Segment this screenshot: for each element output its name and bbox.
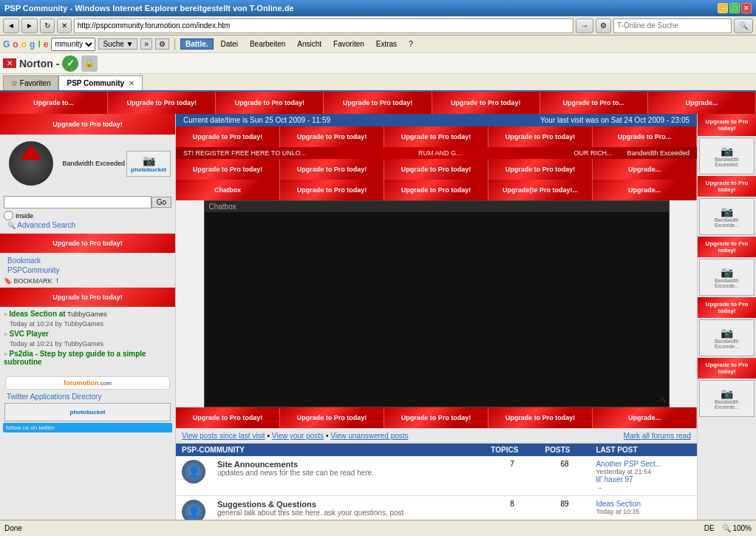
photobucket-logo: photobucket [131, 166, 166, 173]
sidebar-bookmarks: Bookmark PSPCommunity 🔖 BOOKMARK f [0, 253, 175, 288]
back-button[interactable]: ◄ [3, 18, 19, 33]
right-ad-1: Upgrade to Pro today! [698, 114, 756, 136]
forum-topics-1: 7 [485, 456, 539, 496]
tab-favorites[interactable]: ☆ Favoriten [3, 75, 58, 90]
menu-help[interactable]: ? [404, 40, 418, 48]
stop-button[interactable]: ✕ [57, 18, 72, 33]
norton-brand: Norton - ✓ 🔒 [19, 55, 98, 72]
table-row: 👤 Site Announcements updates and news fo… [176, 456, 697, 496]
search-input[interactable] [613, 18, 732, 33]
google-search-button[interactable]: Suche ▼ [98, 38, 137, 50]
minimize-button[interactable]: – [718, 3, 728, 13]
address-input[interactable] [74, 18, 573, 33]
right-camera-icon-4: 📷 [721, 327, 733, 339]
recent-post-2-category[interactable]: SVC Player [10, 330, 49, 338]
left-sidebar: Upgrade to Pro today! Bandwidth Exceeded… [0, 114, 176, 521]
right-bandwidth-3: BandwidthExceede... [715, 278, 739, 288]
tools-button[interactable]: ⚙ [596, 18, 611, 33]
last-post-link-2[interactable]: Ideas Section [596, 500, 691, 508]
tab-close-icon[interactable]: ✕ [129, 80, 134, 87]
right-ad-4: Upgrade to Pro today! [698, 297, 756, 318]
chatbox-resize-handle[interactable]: ⤡ [660, 395, 667, 404]
norton-text: Norton - [19, 58, 59, 69]
right-camera-icon-2: 📷 [721, 206, 733, 217]
google-more-button[interactable]: » [140, 38, 152, 50]
forward-button[interactable]: ► [21, 18, 38, 33]
status-done-text: Done [4, 524, 22, 532]
psp-community-sidebar-link[interactable]: PSPCommunity [4, 265, 171, 275]
right-photobucket-1: 📷 BandwidthExceeded [699, 138, 755, 174]
ad-row-4: Upgrade to Pro today! Upgrade to Pro tod… [176, 407, 697, 428]
date-bar: Current date/time is Sun 25 Oct 2009 - 1… [176, 114, 697, 126]
tab-psp[interactable]: PSP Community ✕ [58, 75, 143, 90]
chatbox-header: Chatbox [205, 201, 669, 212]
recent-post-1-user: TubbyGames [67, 311, 107, 318]
ad-row-1: Upgrade to Pro today! Upgrade to Pro tod… [176, 126, 697, 147]
chatbox-panel[interactable]: Chatbox ⤡ [204, 200, 670, 407]
forum-last-post-1: Another PSP Sect... Yesterday at 21:54 l… [590, 456, 697, 496]
advanced-search-link[interactable]: 🔍 Advanced Search [4, 220, 171, 230]
view-unanswered-link[interactable]: View unanswered posts [330, 432, 408, 440]
forum-last-post-2: Ideas Section Today at 10:35 [590, 496, 697, 522]
maximize-button[interactable]: □ [729, 3, 740, 13]
menu-extras[interactable]: Extras [372, 40, 401, 48]
sidebar-bookmark-icon: 🔖 BOOKMARK f [4, 277, 171, 285]
ad-row-2: Upgrade to Pro today! Upgrade to Pro tod… [176, 159, 697, 180]
mark-all-read-link[interactable]: Mark all forums read [624, 432, 691, 440]
last-post-user-1[interactable]: lil' haxer 97 [596, 475, 691, 484]
last-post-link-1[interactable]: Another PSP Sect... [596, 460, 691, 468]
ad-r4c5: Upgrade... [593, 407, 697, 428]
google-logo-g: G [3, 39, 10, 50]
recent-post-1-category[interactable]: Ideas Section at [10, 310, 66, 318]
twitter-apps-link[interactable]: Twitter Applications Directory [3, 392, 172, 401]
radio-inside[interactable] [4, 211, 13, 220]
norton-close-button[interactable]: ✕ [3, 58, 16, 68]
google-logo-o1: o [13, 39, 18, 50]
battle-button[interactable]: Battle. [180, 38, 214, 50]
google-settings-button[interactable]: ⚙ [155, 38, 169, 50]
forum-nav-links: View posts since last visit • View your … [182, 432, 409, 440]
sidebar-search-input[interactable] [4, 196, 151, 208]
google-site-select[interactable]: mmunity [51, 38, 95, 51]
ad-r3c1: Chatbox [176, 180, 280, 200]
forum-name-2[interactable]: Suggestions & Questions [217, 500, 479, 509]
posts-col-header: POSTS [539, 444, 590, 456]
current-date-time: Current date/time is Sun 25 Oct 2009 - 1… [183, 116, 330, 124]
menu-favoriten[interactable]: Favoriten [329, 40, 369, 48]
status-bar: Done DE 🔍 100% [0, 520, 756, 536]
sidebar-search-go[interactable]: Go [151, 197, 171, 208]
ad-r4c3: Upgrade to Pro today! [384, 407, 488, 428]
ad-cell-7: Upgrade... [648, 92, 756, 114]
recent-post-3-category[interactable]: Ps2dia - Step by step guide to a simple … [4, 350, 146, 366]
register-action-text: RUM AND G... [321, 149, 559, 157]
go-button[interactable]: → [576, 18, 593, 33]
ad-row-3: Chatbox Upgrade to Pro today! Upgrade to… [176, 180, 697, 200]
forum-name-1[interactable]: Site Announcements [217, 460, 479, 469]
forum-desc-1: updates and news for the site can be rea… [217, 469, 479, 477]
search-go-button[interactable]: 🔍 [734, 18, 753, 33]
ad-r1c1: Upgrade to Pro today! [176, 126, 280, 147]
ad-r1c2: Upgrade to Pro today! [280, 126, 384, 147]
twitter-follow-badge: follow us on twitter [3, 423, 172, 432]
camera-icon: 📷 [143, 155, 155, 166]
ad-r1c5: Upgrade to Pro... [593, 126, 697, 147]
fm-dot-com: .com [99, 380, 112, 387]
sidebar-forumotion-area: forumotion .com Twitter Applications Dir… [0, 371, 175, 435]
chatbox-region: Chatbox Upgrade to Pro today! Upgrade to… [176, 180, 697, 428]
menu-ansicht[interactable]: Ansicht [293, 40, 326, 48]
close-button[interactable]: ✕ [741, 3, 752, 13]
forum-posts-2: 89 [539, 496, 590, 522]
recent-post-2-time: Today at 10:21 by TubbyGames [4, 340, 171, 347]
inside-label: Inside [16, 212, 33, 220]
ad-r4c1: Upgrade to Pro today! [176, 407, 280, 428]
forum-posts-1: 68 [539, 456, 590, 496]
window-controls[interactable]: – □ ✕ [718, 3, 752, 13]
bookmark-link[interactable]: Bookmark [4, 256, 171, 265]
right-camera-icon-1: 📷 [721, 145, 733, 157]
refresh-button[interactable]: ↻ [40, 18, 55, 33]
forum-icon-1-symbol: 👤 [188, 466, 200, 478]
view-since-last-visit-link[interactable]: View posts since last visit [182, 432, 265, 440]
view-your-posts-link[interactable]: View your posts [272, 432, 324, 440]
menu-datei[interactable]: Datei [217, 40, 242, 48]
menu-bearbeiten[interactable]: Bearbeiten [245, 40, 290, 48]
